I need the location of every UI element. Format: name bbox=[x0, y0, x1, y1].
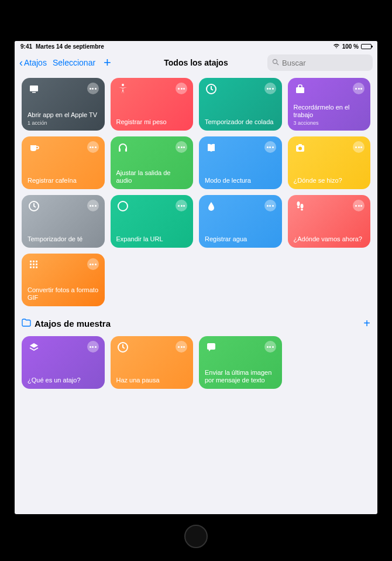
shortcut-tile-adonde[interactable]: ¿Adónde vamos ahora? bbox=[288, 195, 371, 248]
clock-icon bbox=[116, 341, 129, 354]
shortcut-tile-donde[interactable]: ¿Dónde se hizo? bbox=[288, 136, 371, 189]
tile-label: Temporizador de té bbox=[27, 235, 99, 243]
headphones-icon bbox=[116, 141, 129, 154]
more-button[interactable] bbox=[176, 200, 187, 211]
safari-icon bbox=[116, 200, 129, 213]
screen: 9:41 Martes 14 de septiembre 100 % ‹ Ata… bbox=[15, 41, 377, 514]
more-button[interactable] bbox=[264, 83, 276, 94]
shortcut-tile-gif[interactable]: Convertir fotos a formato GIF bbox=[22, 254, 105, 306]
shortcut-tile-url[interactable]: Expandir la URL bbox=[111, 195, 194, 248]
ellipsis-icon bbox=[178, 146, 185, 148]
book-icon bbox=[205, 141, 218, 154]
sample-shortcuts-grid: ¿Qué es un atajo?Haz una pausaEnviar la … bbox=[22, 336, 370, 389]
ellipsis-icon bbox=[267, 346, 274, 348]
more-button[interactable] bbox=[87, 258, 99, 270]
more-button[interactable] bbox=[176, 341, 187, 353]
shortcut-tile-colada[interactable]: Temporizador de colada bbox=[199, 78, 282, 131]
status-date: Martes 14 de septiembre bbox=[36, 43, 104, 50]
shortcut-tile-te[interactable]: Temporizador de té bbox=[22, 195, 105, 248]
footsteps-icon bbox=[294, 200, 307, 213]
tile-label: Enviar la última imagen por mensaje de t… bbox=[205, 369, 276, 384]
more-button[interactable] bbox=[353, 83, 365, 94]
shortcut-tile-que-es[interactable]: ¿Qué es un atajo? bbox=[22, 336, 105, 389]
more-button[interactable] bbox=[264, 141, 276, 153]
shortcut-tile-cafeina[interactable]: Registrar cafeína bbox=[22, 136, 105, 189]
section-add-button[interactable]: + bbox=[363, 317, 370, 330]
home-button[interactable] bbox=[184, 525, 208, 548]
tile-label: Registrar agua bbox=[205, 235, 276, 243]
wifi-icon bbox=[333, 43, 340, 50]
tile-label: Convertir fotos a formato GIF bbox=[27, 286, 99, 302]
tile-label: Recordármelo en el trabajo bbox=[294, 104, 365, 119]
more-button[interactable] bbox=[87, 141, 99, 153]
nav-bar: ‹ Atajos Seleccionar + Todos los atajos bbox=[15, 51, 377, 74]
tv-icon bbox=[27, 83, 40, 95]
more-button[interactable] bbox=[87, 83, 99, 94]
ellipsis-icon bbox=[355, 88, 362, 90]
more-button[interactable] bbox=[176, 83, 187, 94]
ellipsis-icon bbox=[267, 146, 274, 148]
ipad-frame: 9:41 Martes 14 de septiembre 100 % ‹ Ata… bbox=[0, 0, 392, 561]
shortcut-tile-imagen[interactable]: Enviar la última imagen por mensaje de t… bbox=[199, 336, 282, 389]
accessibility-icon bbox=[116, 83, 129, 95]
chat-icon bbox=[205, 341, 218, 354]
folder-icon bbox=[22, 319, 31, 329]
shortcut-tile-peso[interactable]: Registrar mi peso bbox=[111, 78, 194, 131]
shortcut-tile-apple-tv[interactable]: Abrir app en el Apple TV1 acción bbox=[22, 78, 105, 131]
ellipsis-icon bbox=[355, 205, 362, 207]
tile-subtitle: 3 acciones bbox=[294, 120, 365, 126]
cup-icon bbox=[27, 141, 40, 154]
ellipsis-icon bbox=[90, 346, 97, 348]
ellipsis-icon bbox=[178, 205, 185, 207]
battery-percent: 100 % bbox=[342, 43, 359, 50]
ellipsis-icon bbox=[178, 88, 185, 90]
tile-label: Registrar cafeína bbox=[27, 177, 99, 184]
search-input[interactable] bbox=[282, 59, 377, 67]
tile-label: Abrir app en el Apple TV bbox=[27, 111, 99, 119]
ellipsis-icon bbox=[90, 264, 97, 265]
shortcut-tile-audio[interactable]: Ajustar la salida de audio bbox=[111, 136, 194, 189]
more-button[interactable] bbox=[87, 200, 99, 211]
tile-label: Haz una pausa bbox=[116, 377, 188, 384]
grid-icon bbox=[27, 258, 40, 271]
ellipsis-icon bbox=[178, 346, 185, 348]
tile-label: ¿Adónde vamos ahora? bbox=[294, 235, 365, 243]
tile-label: Ajustar la salida de audio bbox=[116, 169, 188, 184]
shortcuts-grid: Abrir app en el Apple TV1 acciónRegistra… bbox=[22, 78, 370, 306]
section-header: Atajos de muestra + bbox=[22, 317, 370, 330]
tile-label: ¿Qué es un atajo? bbox=[27, 377, 99, 384]
clock-icon bbox=[205, 83, 218, 95]
shortcut-tile-lectura[interactable]: Modo de lectura bbox=[199, 136, 282, 189]
more-button[interactable] bbox=[353, 200, 365, 211]
more-button[interactable] bbox=[176, 141, 187, 153]
more-button[interactable] bbox=[264, 200, 276, 211]
ellipsis-icon bbox=[267, 205, 274, 207]
status-time: 9:41 bbox=[20, 43, 32, 50]
search-field[interactable] bbox=[267, 54, 373, 71]
tile-label: Temporizador de colada bbox=[205, 118, 276, 126]
svg-point-0 bbox=[273, 60, 277, 64]
briefcase-icon bbox=[294, 83, 307, 95]
page-title: Todos los atajos bbox=[164, 58, 228, 67]
drop-icon bbox=[205, 200, 218, 213]
ellipsis-icon bbox=[267, 88, 274, 90]
status-bar: 9:41 Martes 14 de septiembre 100 % bbox=[15, 41, 377, 51]
select-button[interactable]: Seleccionar bbox=[53, 58, 95, 67]
shortcut-tile-agua[interactable]: Registrar agua bbox=[199, 195, 282, 248]
tile-label: Expandir la URL bbox=[116, 235, 188, 243]
add-button[interactable]: + bbox=[101, 55, 114, 70]
more-button[interactable] bbox=[264, 341, 276, 353]
tile-label: Modo de lectura bbox=[205, 177, 276, 184]
shortcut-tile-pausa[interactable]: Haz una pausa bbox=[111, 336, 194, 389]
clock-icon bbox=[27, 200, 40, 213]
more-button[interactable] bbox=[87, 341, 99, 353]
more-button[interactable] bbox=[353, 141, 365, 153]
chevron-left-icon: ‹ bbox=[19, 57, 23, 69]
battery-icon bbox=[361, 44, 372, 49]
shortcut-tile-trabajo[interactable]: Recordármelo en el trabajo3 acciones bbox=[288, 78, 371, 131]
back-label: Atajos bbox=[24, 58, 47, 67]
svg-line-1 bbox=[277, 63, 278, 65]
back-button[interactable]: ‹ Atajos bbox=[19, 57, 47, 69]
tile-subtitle: 1 acción bbox=[27, 120, 99, 126]
tile-label: Registrar mi peso bbox=[116, 118, 188, 126]
